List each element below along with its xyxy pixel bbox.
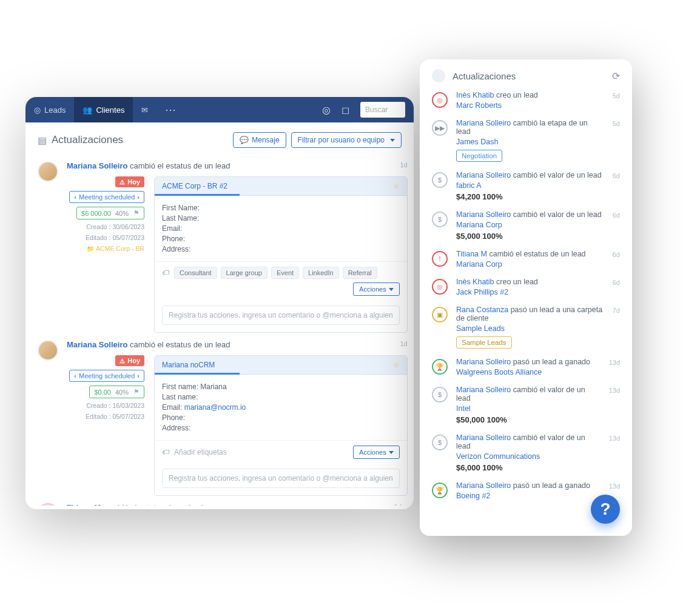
tags-row: 🏷ConsultantLarge groupEventLinkedInRefer… [155,261,407,301]
folder-icon: ▣ [432,307,448,322]
caret-icon [389,288,394,291]
comment-input[interactable]: Registra tus acciones, ingresa un coment… [162,306,400,325]
card-header[interactable]: Mariana noCRM☆ [155,356,407,375]
user-link[interactable]: Mariana Solleiro [456,386,511,394]
timestamp: 6d [613,171,620,201]
timeline-item[interactable]: $Mariana Solleiro cambió el valor de un … [432,386,620,424]
tag-chip[interactable]: Event [271,267,299,279]
search-input[interactable]: Buscar [360,102,405,118]
status-badge[interactable]: Meeting scheduled [69,191,144,203]
user-link[interactable]: Mariana Solleiro [456,358,511,366]
subject-link[interactable]: Intel [456,404,601,413]
help-button[interactable]: ? [591,495,620,524]
timeline-item[interactable]: ◎Inès Khatib creo un leadJack Phillips #… [432,278,620,296]
timeline-item[interactable]: !Titiana M cambió el estatus de un leadM… [432,250,620,269]
lead-card: Mariana noCRM☆First name: MarianaLast na… [154,355,408,496]
amount-badge: $6 000.0040%⚑ [76,207,144,219]
field-row: First name: Mariana [162,383,400,391]
message-button[interactable]: 💬Mensaje [233,132,286,148]
user-link[interactable]: Mariana Solleiro [456,433,511,442]
avatar[interactable] [38,340,58,361]
user-link[interactable]: Mariana Solleiro [67,340,127,349]
timeline-item[interactable]: 🏆Mariana Solleiro pasó un lead a ganadoB… [432,481,620,500]
timestamp: 5d [613,119,620,162]
user-link[interactable]: Rana Costanza [456,306,508,314]
timeline-item[interactable]: $Mariana Solleiro cambió el valor de un … [432,210,620,241]
timestamp: 13d [609,386,620,424]
tab-mail[interactable]: ✉ [133,97,156,122]
popup-header: Actualizaciones ⟳ [432,69,620,82]
subject-link[interactable]: Sample Leads [456,324,604,333]
user-link[interactable]: Mariana Solleiro [456,171,511,179]
timeline-item[interactable]: 🏆Mariana Solleiro pasó un lead a ganadoW… [432,358,620,376]
subject-link[interactable]: Marc Roberts [456,101,604,110]
tag-chip[interactable]: LinkedIn [303,267,339,279]
subject-link[interactable]: James Dash [456,138,604,146]
edited-label: Editado : 05/07/2023 [86,413,144,420]
timeline-item[interactable]: $Mariana Solleiro cambió el valor de un … [432,433,620,472]
timeline-item[interactable]: ▶▶Mariana Solleiro cambió la etapa de un… [432,119,620,162]
card-header[interactable]: ACME Corp - BR #2☆ [155,177,407,196]
subject-link[interactable]: Mariana Corp [456,221,604,229]
field-row: Last name: [162,393,400,401]
actions-button[interactable]: Acciones [353,446,400,459]
star-icon[interactable]: ☆ [393,361,400,369]
target-nav-icon[interactable]: ◎ [322,104,331,116]
timeline-item[interactable]: ◎Inès Khatib creo un leadMarc Roberts5d [432,91,620,110]
user-link[interactable]: Mariana Solleiro [67,161,127,170]
tags-placeholder[interactable]: Añadir etiquetas [174,448,227,456]
lead-meta: HoyMeeting scheduled$6 000.0040%⚑Creado … [67,176,144,333]
user-link[interactable]: Titiana M [67,503,101,506]
subject-link[interactable]: Mariana Corp [456,260,604,269]
event-headline: Titiana M cambió el estatus de un lead1d [67,503,402,506]
refresh-icon[interactable]: ⟳ [612,70,620,82]
stage-chip: Negotiation [456,150,502,162]
clients-icon: 👥 [82,105,92,115]
more-menu[interactable]: ⋯ [156,103,186,116]
tag-chip[interactable]: Large group [221,267,268,279]
actions-button[interactable]: Acciones [353,282,400,296]
subject-link[interactable]: Walgreens Boots Alliance [456,368,601,376]
item-text: Mariana Solleiro pasó un lead a ganadoBo… [456,481,601,500]
comment-input[interactable]: Registra tus acciones, ingresa un coment… [162,469,400,488]
folder-link[interactable]: ACME Corp - BR [87,245,144,252]
field-row: First Name: [162,204,400,212]
avatar[interactable]: TM [38,503,58,506]
item-text: Inès Khatib creo un leadMarc Roberts [456,91,604,110]
timeline-item[interactable]: $Mariana Solleiro cambió el valor de un … [432,171,620,201]
dollar-icon: $ [432,387,448,403]
subject-link[interactable]: Jack Phillips #2 [456,288,604,296]
event-headline: Mariana Solleiro cambió el estatus de un… [67,340,408,349]
user-link[interactable]: Inès Khatib [456,278,494,286]
created-label: Creado : 16/03/2023 [86,402,144,409]
subject-link[interactable]: Boeing #2 [456,492,601,500]
item-text: Inès Khatib creo un leadJack Phillips #2 [456,278,604,296]
field-row: Last Name: [162,214,400,222]
updates-popup: Actualizaciones ⟳ ◎Inès Khatib creo un l… [420,59,632,536]
item-text: Mariana Solleiro cambió la etapa de un l… [456,119,604,162]
avatar[interactable] [38,161,58,182]
subject-link[interactable]: fabric A [456,181,604,190]
subject-link[interactable]: Verizon Communications [456,452,601,461]
star-icon[interactable]: ☆ [393,182,400,190]
feed-item: Mariana Solleiro cambió el estatus de un… [38,161,402,333]
filter-button[interactable]: Filtrar por usuario o equipo [291,132,402,148]
user-link[interactable]: Inès Khatib [456,91,494,99]
trophy-icon: 🏆 [432,359,448,375]
field-row: Phone: [162,235,400,243]
user-link[interactable]: Mariana Solleiro [456,210,511,219]
target-icon: ◎ [34,105,41,115]
tag-chip[interactable]: Consultant [174,267,217,279]
email-link[interactable]: mariana@nocrm.io [184,403,246,412]
status-badge[interactable]: Meeting scheduled [69,370,144,382]
card-body: First Name: Last Name: Email: Phone: Add… [155,196,407,261]
user-link[interactable]: Mariana Solleiro [456,119,511,127]
user-link[interactable]: Titiana M [456,250,487,258]
tag-chip[interactable]: Referral [343,267,377,279]
tab-leads[interactable]: ◎Leads [25,97,74,122]
timestamp: 6d [613,278,620,296]
user-link[interactable]: Mariana Solleiro [456,481,511,490]
bookmark-icon[interactable]: ◻ [342,104,349,116]
timeline-item[interactable]: ▣Rana Costanza pasó un lead a una carpet… [432,306,620,349]
tab-clientes[interactable]: 👥Clientes [74,97,133,122]
